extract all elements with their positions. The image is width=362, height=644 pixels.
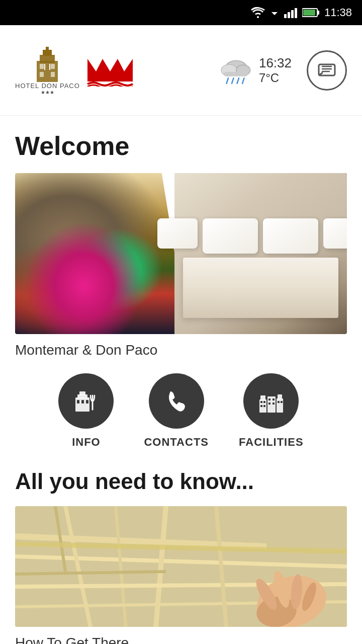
bed-visual bbox=[183, 189, 338, 318]
svg-rect-21 bbox=[224, 72, 247, 76]
facilities-label: FACILITIES bbox=[239, 436, 304, 449]
svg-line-24 bbox=[237, 78, 239, 84]
svg-rect-42 bbox=[260, 401, 262, 403]
pillow-row bbox=[157, 218, 347, 254]
exterior-visual bbox=[15, 173, 188, 334]
svg-rect-48 bbox=[268, 403, 270, 405]
hotel-caption: Montemar & Don Paco bbox=[15, 342, 347, 358]
svg-rect-2 bbox=[291, 10, 294, 18]
svg-rect-35 bbox=[86, 400, 88, 404]
contacts-button[interactable]: CONTACTS bbox=[144, 373, 209, 449]
svg-line-25 bbox=[242, 78, 244, 84]
weather-area: 16:32 7°C bbox=[218, 55, 292, 86]
map-card[interactable] bbox=[15, 506, 347, 627]
header: HOTEL DON PACO ★★★ bbox=[0, 25, 362, 116]
svg-rect-10 bbox=[46, 47, 49, 51]
svg-rect-8 bbox=[40, 55, 55, 63]
svg-rect-41 bbox=[278, 394, 282, 399]
svg-rect-50 bbox=[278, 401, 280, 403]
facilities-icon bbox=[257, 387, 285, 415]
welcome-title: Welcome bbox=[15, 131, 347, 161]
svg-rect-0 bbox=[284, 14, 287, 18]
svg-rect-34 bbox=[81, 400, 84, 404]
info-button[interactable]: INFO bbox=[58, 373, 114, 449]
svg-rect-12 bbox=[51, 64, 55, 69]
svg-line-23 bbox=[232, 78, 234, 84]
contacts-btn-circle bbox=[149, 373, 204, 429]
svg-rect-3 bbox=[295, 8, 297, 18]
status-bar: 11:38 bbox=[0, 0, 362, 25]
svg-rect-46 bbox=[268, 398, 270, 400]
svg-rect-32 bbox=[79, 391, 85, 395]
svg-rect-44 bbox=[260, 405, 262, 407]
weather-time: 16:32 bbox=[259, 55, 292, 71]
facilities-btn-circle bbox=[243, 373, 299, 429]
svg-rect-51 bbox=[281, 401, 283, 403]
mm-logo bbox=[85, 54, 135, 87]
hotel-name-text: HOTEL DON PACO bbox=[15, 82, 80, 90]
svg-rect-47 bbox=[273, 398, 275, 400]
svg-rect-33 bbox=[77, 400, 79, 404]
svg-rect-30 bbox=[75, 397, 89, 412]
info-icon bbox=[72, 387, 100, 415]
svg-rect-14 bbox=[51, 72, 55, 77]
hotel-room-image bbox=[174, 173, 347, 334]
weather-icon bbox=[218, 55, 253, 86]
pillow-1 bbox=[157, 218, 198, 249]
hand-icon bbox=[226, 546, 327, 627]
pillow-2 bbox=[203, 218, 258, 254]
header-right: 16:32 7°C bbox=[218, 50, 347, 91]
hotel-building-icon bbox=[33, 46, 62, 82]
message-button[interactable] bbox=[307, 50, 347, 91]
weather-info: 16:32 7°C bbox=[259, 55, 292, 85]
svg-rect-43 bbox=[263, 401, 265, 403]
facilities-button[interactable]: FACILITIES bbox=[239, 373, 304, 449]
status-icons: 11:38 bbox=[251, 6, 352, 19]
svg-rect-11 bbox=[40, 64, 44, 69]
svg-rect-6 bbox=[303, 10, 315, 16]
signal-icon bbox=[284, 7, 298, 18]
pillow-4 bbox=[323, 218, 347, 249]
svg-line-22 bbox=[226, 78, 228, 84]
main-content: Welcome Montemar & Don Paco bbox=[0, 116, 362, 449]
bedsheet bbox=[183, 258, 338, 318]
hand-visual bbox=[226, 546, 327, 627]
svg-rect-45 bbox=[263, 405, 265, 407]
logo-area: HOTEL DON PACO ★★★ bbox=[15, 46, 135, 95]
svg-rect-40 bbox=[277, 398, 283, 413]
hotel-don-paco-logo: HOTEL DON PACO ★★★ bbox=[15, 46, 80, 95]
svg-rect-5 bbox=[317, 11, 319, 15]
info-btn-circle bbox=[58, 373, 114, 429]
svg-rect-38 bbox=[260, 395, 265, 400]
svg-rect-1 bbox=[288, 12, 290, 18]
wifi-icon bbox=[251, 7, 265, 18]
map-caption: How To Get There bbox=[15, 635, 347, 644]
phone-icon bbox=[162, 387, 190, 415]
data-icon bbox=[269, 7, 280, 18]
know-title: All you need to know... bbox=[15, 469, 347, 494]
battery-icon bbox=[302, 8, 320, 18]
contacts-label: CONTACTS bbox=[144, 436, 209, 449]
weather-temp: 7°C bbox=[259, 71, 279, 85]
map-visual bbox=[15, 506, 347, 627]
info-label: INFO bbox=[72, 436, 101, 449]
know-section: All you need to know... bbox=[0, 469, 362, 644]
action-buttons: INFO CONTACTS bbox=[15, 373, 347, 449]
svg-marker-17 bbox=[87, 59, 133, 82]
mm-crown-icon bbox=[85, 54, 135, 87]
pillow-3 bbox=[263, 218, 318, 254]
hotel-exterior-image bbox=[15, 173, 188, 334]
hotel-images bbox=[15, 173, 347, 334]
svg-rect-13 bbox=[40, 72, 44, 77]
hotel-stars: ★★★ bbox=[41, 90, 54, 95]
status-time: 11:38 bbox=[324, 6, 352, 19]
svg-rect-49 bbox=[273, 403, 275, 405]
